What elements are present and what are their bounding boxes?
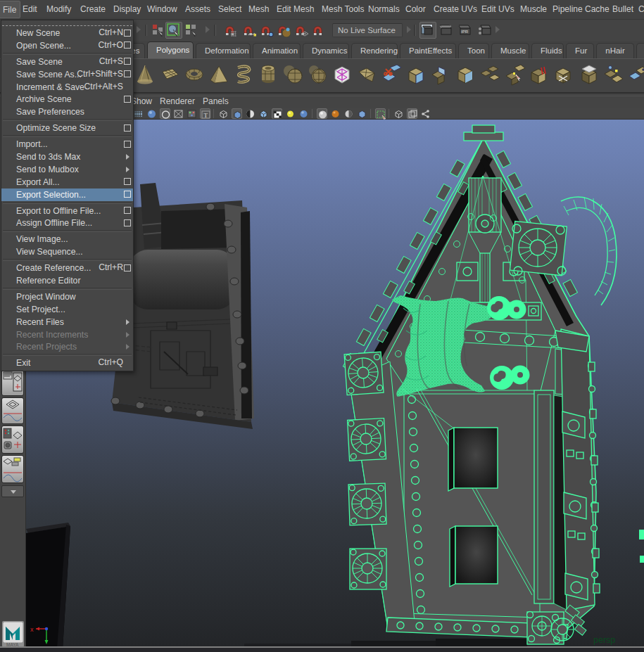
file-menu-item-export-selection[interactable]: Export Selection... bbox=[1, 188, 133, 201]
sphere-orange-icon[interactable] bbox=[330, 108, 341, 119]
panel-menu-renderer[interactable]: Renderer bbox=[160, 96, 195, 106]
text-icon[interactable]: T bbox=[200, 108, 210, 119]
shelf-tab-fluids[interactable]: Fluids bbox=[531, 43, 564, 58]
select-hierarchy-icon[interactable] bbox=[151, 23, 165, 37]
menu-normals[interactable]: Normals bbox=[368, 0, 400, 19]
shelf-tab-ncloth[interactable]: nCloth bbox=[636, 43, 644, 58]
shelf-tab-polygons[interactable]: Polygons bbox=[147, 41, 194, 58]
menu-create-uvs[interactable]: Create UVs bbox=[434, 0, 477, 19]
poly-sphere-icon[interactable] bbox=[306, 63, 329, 86]
panes-icon[interactable] bbox=[407, 108, 417, 119]
snap-point-icon[interactable] bbox=[260, 23, 274, 37]
cube-blue-icon[interactable] bbox=[258, 108, 269, 119]
file-menu-item-export-all[interactable]: Export All... bbox=[1, 176, 133, 188]
option-box[interactable] bbox=[124, 178, 131, 185]
menu-edit[interactable]: Edit bbox=[23, 0, 37, 19]
file-menu-item-optimize-scene-size[interactable]: Optimize Scene Size bbox=[1, 122, 133, 134]
file-menu-item-recent-projects[interactable]: Recent Projects bbox=[1, 340, 133, 353]
file-menu-item-exit[interactable]: ExitCtrl+Q bbox=[1, 357, 133, 369]
snap-projected-icon[interactable] bbox=[277, 23, 291, 37]
file-menu-item-recent-increments[interactable]: Recent Increments bbox=[1, 328, 133, 341]
file-menu-item-export-to-offline-file[interactable]: Export to Offline File... bbox=[1, 205, 133, 217]
menu-mesh-tools[interactable]: Mesh Tools bbox=[322, 0, 364, 19]
green-model[interactable] bbox=[343, 125, 644, 644]
points-icon[interactable] bbox=[187, 108, 197, 119]
file-menu-item-recent-files[interactable]: Recent Files bbox=[1, 316, 133, 328]
poly-plane-icon[interactable] bbox=[158, 63, 181, 86]
live-surface-field[interactable]: No Live Surface bbox=[332, 23, 403, 37]
poly-helix-icon[interactable] bbox=[232, 63, 255, 86]
file-menu-item-archive-scene[interactable]: Archive Scene bbox=[1, 93, 133, 106]
shelf-tab-animation[interactable]: Animation bbox=[253, 43, 301, 58]
sphere-bw-icon[interactable] bbox=[245, 108, 255, 119]
cube-open-icon[interactable] bbox=[405, 63, 427, 86]
layout-dropdown-button[interactable] bbox=[1, 485, 24, 497]
menu-window[interactable]: Window bbox=[147, 0, 177, 19]
file-menu-item-save-preferences[interactable]: Save Preferences bbox=[1, 106, 133, 118]
film-icon[interactable] bbox=[133, 108, 144, 119]
menu-select[interactable]: Select bbox=[218, 0, 241, 19]
ipr-render-icon[interactable]: IPR bbox=[459, 23, 473, 37]
menu-file[interactable]: File bbox=[0, 1, 20, 18]
menu-modify[interactable]: Modify bbox=[46, 0, 71, 19]
menu-pipeline-cache[interactable]: Pipeline Cache bbox=[553, 0, 610, 19]
poly-sphere-smooth-icon[interactable] bbox=[282, 63, 304, 86]
poly-cone-icon[interactable] bbox=[134, 63, 156, 86]
sphere-blue2-icon[interactable] bbox=[298, 108, 309, 119]
snap-plane-icon[interactable] bbox=[294, 23, 308, 37]
file-menu-item-send-to-mudbox[interactable]: Send to Mudbox bbox=[1, 163, 133, 176]
option-box[interactable] bbox=[124, 141, 131, 148]
shelf-tab-dynamics[interactable]: Dynamics bbox=[303, 43, 349, 58]
menu-mesh[interactable]: Mesh bbox=[248, 0, 269, 19]
option-box[interactable] bbox=[124, 58, 131, 65]
option-box[interactable] bbox=[124, 41, 131, 49]
file-menu-item-open-scene[interactable]: Open Scene...Ctrl+O bbox=[1, 39, 133, 52]
menu-assets[interactable]: Assets bbox=[185, 0, 210, 19]
cube-wire-icon[interactable] bbox=[218, 108, 229, 119]
render-settings-icon[interactable] bbox=[478, 23, 492, 37]
option-box[interactable] bbox=[124, 30, 131, 37]
shelf-tab-deformation[interactable]: Deformation bbox=[196, 43, 251, 58]
menu-tearoff[interactable] bbox=[2, 20, 132, 26]
render-view-icon[interactable] bbox=[421, 23, 435, 37]
poly-plane-tri-icon[interactable] bbox=[355, 63, 378, 86]
option-box[interactable] bbox=[124, 264, 131, 271]
mirror-icon[interactable] bbox=[626, 63, 644, 86]
file-menu-item-project-window[interactable]: Project Window bbox=[1, 290, 133, 303]
file-menu-item-view-image[interactable]: View Image... bbox=[1, 233, 133, 245]
isolate-select-icon[interactable] bbox=[375, 108, 386, 119]
separate-icon[interactable] bbox=[479, 63, 501, 86]
snap-grid-icon[interactable] bbox=[224, 23, 238, 37]
file-menu-item-save-scene-as[interactable]: Save Scene As...Ctrl+Shift+S bbox=[1, 68, 133, 81]
shelf-tab-toon[interactable]: Toon bbox=[458, 43, 489, 58]
section-divider[interactable] bbox=[204, 23, 211, 38]
cut-faces-icon[interactable] bbox=[380, 63, 403, 86]
menu-c[interactable]: C bbox=[638, 0, 644, 19]
shelf-tab-rendering[interactable]: Rendering bbox=[351, 43, 398, 58]
wireframe-circle-icon[interactable] bbox=[160, 108, 170, 119]
menu-bullet[interactable]: Bullet bbox=[612, 0, 633, 19]
sphere-half-icon[interactable] bbox=[343, 108, 354, 119]
cube-blue3-icon[interactable] bbox=[357, 108, 367, 119]
select-object-icon[interactable] bbox=[167, 23, 181, 37]
light-yellow-icon[interactable] bbox=[285, 108, 296, 119]
panel-menu-show[interactable]: Show bbox=[131, 96, 152, 106]
option-box[interactable] bbox=[124, 124, 131, 132]
menu-display[interactable]: Display bbox=[113, 0, 141, 19]
file-menu-item-send-to-3ds-max[interactable]: Send to 3ds Max bbox=[1, 151, 133, 163]
extract-icon[interactable] bbox=[503, 63, 526, 86]
merge-icon[interactable] bbox=[602, 63, 624, 86]
option-box[interactable] bbox=[124, 219, 131, 226]
cube-top-icon[interactable] bbox=[577, 63, 600, 86]
cube-outline-icon[interactable] bbox=[393, 108, 404, 119]
select-component-icon[interactable] bbox=[184, 23, 198, 37]
file-menu-item-save-scene[interactable]: Save SceneCtrl+S bbox=[1, 56, 133, 68]
file-menu-item-create-reference[interactable]: Create Reference...Ctrl+R bbox=[1, 262, 133, 274]
sphere-gray-icon[interactable] bbox=[317, 108, 327, 119]
poly-torus-icon[interactable] bbox=[183, 63, 206, 86]
menu-color[interactable]: Color bbox=[405, 0, 426, 19]
menu-edit-uvs[interactable]: Edit UVs bbox=[481, 0, 514, 19]
file-menu-item-import[interactable]: Import... bbox=[1, 138, 133, 151]
menu-create[interactable]: Create bbox=[80, 0, 106, 19]
file-menu-item-view-sequence[interactable]: View Sequence... bbox=[1, 245, 133, 258]
